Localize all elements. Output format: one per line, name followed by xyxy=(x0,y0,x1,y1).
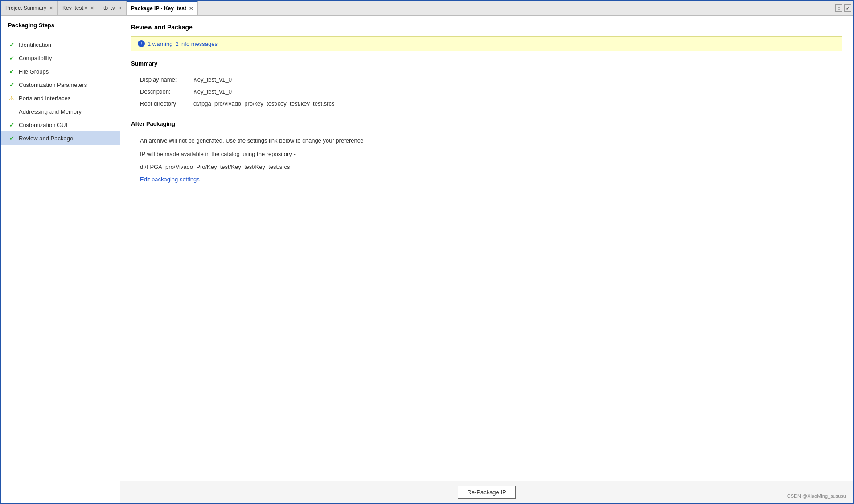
check-icon-identification: ✔ xyxy=(8,41,15,48)
info-circle-icon: ! xyxy=(138,40,145,47)
summary-row-description: Description: Key_test_v1_0 xyxy=(140,88,842,95)
after-packaging-body: An archive will not be generated. Use th… xyxy=(140,136,842,183)
tab-label: Key_test.v xyxy=(62,5,87,11)
panel-title: Review and Package xyxy=(131,24,842,31)
tab-close-project-summary[interactable]: ✕ xyxy=(49,5,53,11)
sidebar-item-label: File Groups xyxy=(19,68,49,75)
tab-label: Project Summary xyxy=(5,5,46,11)
after-packaging-line2: IP will be made available in the catalog… xyxy=(140,150,842,159)
tab-close-key-test-v[interactable]: ✕ xyxy=(90,5,94,11)
sidebar-item-label: Compatibility xyxy=(19,55,52,61)
main-window: Project Summary ✕ Key_test.v ✕ tb_.v ✕ P… xyxy=(0,0,854,504)
sidebar-item-label: Ports and Interfaces xyxy=(19,95,70,102)
description-label: Description: xyxy=(140,88,193,95)
tab-package-ip[interactable]: Package IP - Key_test ✕ xyxy=(127,1,198,15)
tab-bar-controls: □ ⤢ xyxy=(835,4,853,12)
restore-button[interactable]: □ xyxy=(835,4,842,12)
maximize-button[interactable]: ⤢ xyxy=(844,4,851,12)
after-packaging-divider xyxy=(131,130,842,130)
check-icon-customization-gui: ✔ xyxy=(8,121,15,128)
tab-bar: Project Summary ✕ Key_test.v ✕ tb_.v ✕ P… xyxy=(1,1,853,16)
repackage-ip-button[interactable]: Re-Package IP xyxy=(458,486,515,499)
sidebar-item-label: Identification xyxy=(19,41,51,48)
sidebar-item-label: Customization Parameters xyxy=(19,82,87,88)
after-packaging-line1: An archive will not be generated. Use th… xyxy=(140,136,842,145)
sidebar-item-addressing-memory[interactable]: Addressing and Memory xyxy=(1,105,120,118)
root-dir-value: d:/fpga_pro/vivado_pro/key_test/key_test… xyxy=(193,100,335,107)
warning-link[interactable]: 1 warning xyxy=(148,41,172,47)
sidebar-item-file-groups[interactable]: ✔ File Groups xyxy=(1,65,120,78)
sidebar-item-label: Addressing and Memory xyxy=(19,108,82,115)
edit-packaging-settings-link[interactable]: Edit packaging settings xyxy=(140,176,200,183)
tab-key-test-v[interactable]: Key_test.v ✕ xyxy=(58,1,99,15)
watermark: CSDN @XiaoMing_sususu xyxy=(787,493,846,499)
sidebar-item-label: Review and Package xyxy=(19,135,73,142)
panel-content: Review and Package ! 1 warning 2 info me… xyxy=(120,16,853,481)
tab-tb-v[interactable]: tb_.v ✕ xyxy=(99,1,127,15)
sidebar-item-label: Customization GUI xyxy=(19,122,67,128)
sidebar-title: Packaging Steps xyxy=(1,22,120,32)
display-name-label: Display name: xyxy=(140,76,193,83)
check-icon-compatibility: ✔ xyxy=(8,54,15,61)
main-content: Packaging Steps ✔ Identification ✔ Compa… xyxy=(1,16,853,503)
root-dir-label: Root directory: xyxy=(140,100,193,107)
summary-row-display-name: Display name: Key_test_v1_0 xyxy=(140,76,842,83)
check-icon-review-package: ✔ xyxy=(8,135,15,142)
warning-icon-ports: ⚠ xyxy=(8,94,15,102)
sidebar-item-ports-interfaces[interactable]: ⚠ Ports and Interfaces xyxy=(1,91,120,105)
bottom-bar: Re-Package IP CSDN @XiaoMing_sususu xyxy=(120,481,853,503)
after-packaging-line3: d:/FPGA_pro/Vivado_Pro/Key_test/Key_test… xyxy=(140,163,842,172)
check-icon-file-groups: ✔ xyxy=(8,68,15,75)
tab-close-tb-v[interactable]: ✕ xyxy=(118,5,122,11)
none-icon-addressing xyxy=(8,108,15,115)
tab-project-summary[interactable]: Project Summary ✕ xyxy=(1,1,58,15)
right-panel: Review and Package ! 1 warning 2 info me… xyxy=(120,16,853,503)
summary-section-title: Summary xyxy=(131,60,842,67)
warning-bar: ! 1 warning 2 info messages xyxy=(131,36,842,51)
description-value: Key_test_v1_0 xyxy=(193,88,232,95)
tab-close-package-ip[interactable]: ✕ xyxy=(189,6,193,12)
sidebar-item-customization-gui[interactable]: ✔ Customization GUI xyxy=(1,118,120,131)
summary-divider xyxy=(131,70,842,70)
sidebar-item-identification[interactable]: ✔ Identification xyxy=(1,38,120,51)
after-packaging-title: After Packaging xyxy=(131,120,842,127)
sidebar-item-review-package[interactable]: ✔ Review and Package xyxy=(1,131,120,145)
check-icon-customization-params: ✔ xyxy=(8,81,15,88)
after-packaging-section: After Packaging An archive will not be g… xyxy=(131,120,842,183)
info-link[interactable]: 2 info messages xyxy=(175,41,218,47)
summary-table: Display name: Key_test_v1_0 Description:… xyxy=(140,76,842,107)
summary-row-root-dir: Root directory: d:/fpga_pro/vivado_pro/k… xyxy=(140,100,842,107)
sidebar-divider xyxy=(8,34,113,34)
sidebar: Packaging Steps ✔ Identification ✔ Compa… xyxy=(1,16,120,503)
display-name-value: Key_test_v1_0 xyxy=(193,76,232,83)
sidebar-item-compatibility[interactable]: ✔ Compatibility xyxy=(1,51,120,65)
tab-label: Package IP - Key_test xyxy=(131,5,186,12)
tab-label: tb_.v xyxy=(103,5,115,11)
sidebar-item-customization-params[interactable]: ✔ Customization Parameters xyxy=(1,78,120,91)
